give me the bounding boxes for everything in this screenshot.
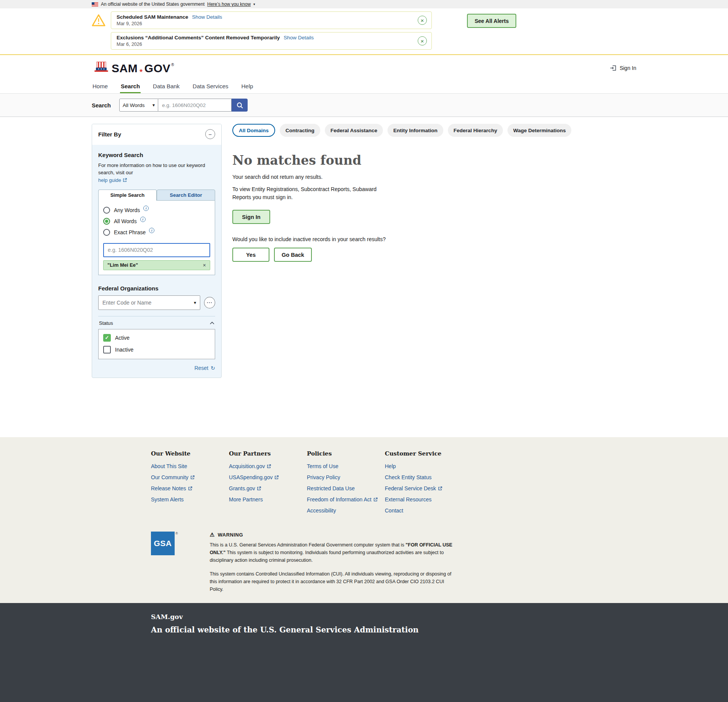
close-alert-button[interactable]: × (418, 16, 427, 25)
remove-keyword-button[interactable]: × (203, 262, 206, 268)
show-details-link[interactable]: Show Details (192, 14, 222, 20)
federal-organizations-select[interactable]: Enter Code or Name ▾ (98, 295, 200, 310)
pill-wage-determinations[interactable]: Wage Determinations (507, 124, 572, 137)
nav-item-data-services[interactable]: Data Services (192, 79, 229, 93)
check-icon: ✓ (105, 335, 109, 340)
external-link-icon (257, 486, 261, 491)
info-icon[interactable]: i (149, 228, 154, 233)
footer-link-our-community[interactable]: Our Community (151, 474, 229, 480)
radio-button-selected[interactable] (103, 218, 110, 225)
go-back-button[interactable]: Go Back (274, 248, 312, 262)
collapse-filters-button[interactable]: − (205, 129, 215, 139)
footer-link-foia[interactable]: Freedom of Information Act (307, 496, 385, 503)
alert-date: Mar 9, 2026 (117, 21, 413, 26)
show-details-link[interactable]: Show Details (284, 35, 314, 41)
footer-link-label: Accessibility (307, 507, 336, 514)
sign-in-button[interactable]: Sign In (232, 210, 270, 224)
footer-col-policies: Policies Terms of Use Privacy Policy Res… (307, 450, 385, 519)
footer-link-accessibility[interactable]: Accessibility (307, 507, 385, 514)
banner-how-you-know-link[interactable]: Here’s how you know (207, 2, 251, 7)
footer-link-restricted-data-use[interactable]: Restricted Data Use (307, 485, 385, 491)
close-alert-button[interactable]: × (418, 36, 427, 45)
footer-link-usaspending-gov[interactable]: USASpending.gov (229, 474, 307, 480)
footer-link-system-alerts[interactable]: System Alerts (151, 496, 229, 503)
pill-contracting[interactable]: Contracting (280, 124, 320, 137)
footer-link-privacy-policy[interactable]: Privacy Policy (307, 474, 385, 480)
gsa-logo-text: GSA (151, 532, 175, 555)
footer-link-grants-gov[interactable]: Grants.gov (229, 485, 307, 491)
radio-button[interactable] (103, 207, 110, 214)
close-icon: × (421, 18, 424, 23)
footer-link-label: Release Notes (151, 485, 186, 491)
tab-simple-search[interactable]: Simple Search (98, 190, 157, 201)
search-strip: Search All Words ▾ (0, 94, 728, 117)
footer-link-help[interactable]: Help (385, 463, 463, 469)
footer-link-acquisition-gov[interactable]: Acquisition.gov (229, 463, 307, 469)
checkbox-label: Inactive (115, 347, 133, 353)
radio-any-words[interactable]: Any Words i (103, 207, 210, 214)
footer-link-label: About This Site (151, 463, 187, 469)
nav-item-search[interactable]: Search (120, 79, 141, 93)
yes-button[interactable]: Yes (232, 248, 269, 262)
nav-item-help[interactable]: Help (240, 79, 254, 93)
help-guide-link[interactable]: help guide (98, 177, 127, 183)
radio-exact-phrase[interactable]: Exact Phrase i (103, 229, 210, 236)
pill-entity-information[interactable]: Entity Information (388, 124, 443, 137)
search-input[interactable] (158, 99, 232, 112)
filter-by-title: Filter By (98, 131, 121, 138)
warning-paragraph-2: This system contains Controlled Unclassi… (210, 570, 456, 593)
gsa-registered-mark: ® (175, 532, 178, 535)
footer-link-release-notes[interactable]: Release Notes (151, 485, 229, 491)
radio-label: All Words (114, 218, 137, 224)
pill-federal-hierarchy[interactable]: Federal Hierarchy (448, 124, 503, 137)
radio-label: Exact Phrase (114, 229, 146, 235)
footer-col-title: Policies (307, 450, 385, 457)
nav-item-home[interactable]: Home (92, 79, 109, 93)
status-inactive-option[interactable]: Inactive (103, 346, 210, 353)
tab-search-editor[interactable]: Search Editor (157, 190, 215, 201)
footer-link-contact[interactable]: Contact (385, 507, 463, 514)
federal-organizations-more-button[interactable]: ··· (204, 297, 215, 308)
radio-all-words[interactable]: All Words i (103, 218, 210, 225)
footer-link-more-partners[interactable]: More Partners (229, 496, 307, 503)
external-link-icon (123, 178, 127, 182)
footer-link-external-resources[interactable]: External Resources (385, 496, 463, 503)
alert-row: Exclusions “Additional Comments” Content… (92, 32, 432, 50)
radio-button[interactable] (103, 229, 110, 236)
see-all-alerts-button[interactable]: See All Alerts (467, 14, 516, 28)
status-header[interactable]: Status (98, 319, 215, 329)
info-icon[interactable]: i (143, 206, 149, 211)
pill-all-domains[interactable]: All Domains (232, 124, 275, 137)
federal-organizations-placeholder: Enter Code or Name (102, 300, 151, 306)
footer-col-customer-service: Customer Service Help Check Entity Statu… (385, 450, 463, 519)
sign-in-link[interactable]: Sign In (610, 65, 636, 71)
footer-link-label: Acquisition.gov (229, 463, 265, 469)
reset-icon: ↻ (211, 365, 215, 371)
external-link-icon (267, 464, 271, 469)
banner-text: An official website of the United States… (101, 2, 204, 7)
keyword-search-description: For more information on how to use our k… (98, 162, 215, 177)
footer-link-terms-of-use[interactable]: Terms of Use (307, 463, 385, 469)
warning-icon: ⚠ (210, 532, 215, 538)
sam-gov-logo[interactable]: SAM ★ GOV ® (92, 61, 174, 75)
info-icon[interactable]: i (140, 217, 146, 222)
checkbox-unchecked[interactable] (103, 346, 111, 353)
sign-in-label: Sign In (619, 65, 636, 71)
footer-link-label: Freedom of Information Act (307, 496, 371, 503)
keyword-chip: "Lim Mei Ee" × (103, 260, 210, 270)
keyword-input[interactable] (103, 243, 210, 257)
footer-link-about-this-site[interactable]: About This Site (151, 463, 229, 469)
reset-filters-link[interactable]: Reset↻ (195, 365, 215, 371)
help-guide-label: help guide (98, 177, 121, 183)
footer-link-federal-service-desk[interactable]: Federal Service Desk (385, 485, 463, 491)
status-active-option[interactable]: ✓ Active (103, 334, 210, 342)
search-type-select[interactable]: All Words ▾ (119, 99, 158, 112)
nav-item-data-bank[interactable]: Data Bank (152, 79, 180, 93)
search-submit-button[interactable] (232, 99, 248, 112)
footer-official-site-text: An official website of the U.S. General … (151, 625, 636, 634)
external-link-icon (274, 475, 279, 480)
chevron-down-icon: ▾ (152, 102, 155, 108)
checkbox-checked[interactable]: ✓ (103, 334, 111, 342)
footer-link-check-entity-status[interactable]: Check Entity Status (385, 474, 463, 480)
pill-federal-assistance[interactable]: Federal Assistance (325, 124, 383, 137)
